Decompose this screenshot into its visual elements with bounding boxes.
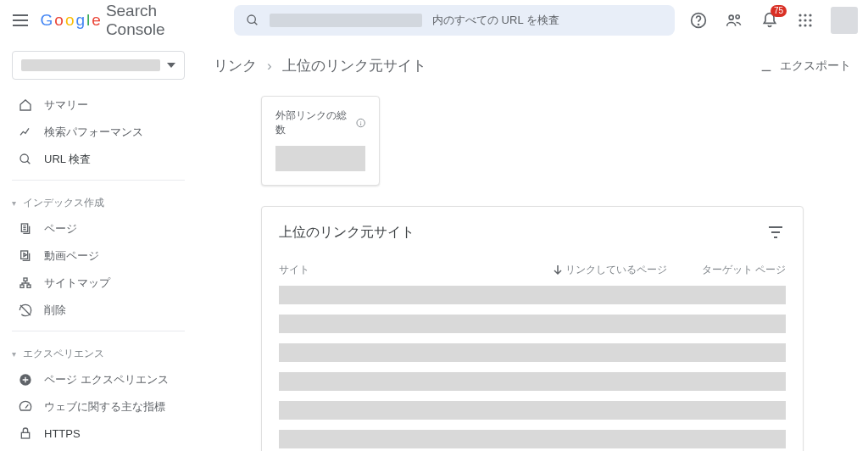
notification-badge: 75 [771, 5, 787, 17]
search-property-placeholder [270, 14, 422, 27]
sitemap-icon [19, 276, 32, 290]
svg-rect-20 [20, 285, 24, 287]
svg-rect-23 [21, 432, 29, 438]
external-links-total-card[interactable]: 外部リンクの総数 [261, 96, 380, 186]
svg-point-9 [798, 19, 801, 21]
property-name-placeholder [21, 59, 160, 71]
search-icon [246, 14, 259, 27]
svg-point-3 [698, 25, 699, 25]
svg-point-5 [736, 15, 739, 19]
table-row[interactable] [279, 401, 786, 420]
trend-icon [19, 125, 32, 139]
speed-icon [19, 400, 32, 414]
nav-label: サマリー [44, 97, 88, 113]
nav-item-lock[interactable]: HTTPS [0, 420, 197, 446]
nav-item-plus[interactable]: ページ エクスペリエンス [0, 366, 197, 393]
search-container: 内のすべての URL を検査 [234, 5, 675, 36]
card-title: 上位のリンク元サイト [279, 224, 415, 242]
filter-button[interactable] [765, 222, 786, 242]
divider [12, 331, 185, 331]
video-icon [19, 249, 32, 263]
svg-line-1 [254, 22, 257, 25]
svg-point-13 [804, 24, 806, 26]
stat-value-placeholder [275, 146, 365, 171]
svg-point-6 [798, 14, 801, 16]
plus-icon [19, 373, 32, 387]
section-experience[interactable]: ▾エクスペリエンス [0, 338, 197, 366]
nav-item-sitemap[interactable]: サイトマップ [0, 270, 197, 297]
main-content: リンク › 上位のリンク元サイト エクスポート 外部リンクの総数 上位のリンク元… [197, 41, 868, 451]
nav-label: ウェブに関する主な指標 [44, 399, 165, 415]
home-icon [19, 98, 32, 112]
svg-point-0 [248, 15, 255, 23]
search-suffix-text: 内のすべての URL を検査 [432, 13, 559, 28]
table-row[interactable] [279, 430, 786, 448]
chevron-right-icon: › [267, 58, 272, 75]
nav-label: 削除 [44, 303, 66, 318]
svg-point-8 [809, 14, 811, 16]
top-linking-sites-card: 上位のリンク元サイト サイト リンクしているページ ターゲット ページ [261, 206, 804, 451]
nav-label: 動画ページ [44, 248, 99, 264]
notifications-button[interactable]: 75 [760, 10, 780, 31]
info-icon[interactable] [356, 118, 365, 128]
table-row[interactable] [279, 343, 786, 362]
hamburger-icon [13, 14, 28, 26]
nav-item-search[interactable]: URL 検査 [0, 146, 197, 173]
sidebar: サマリー検索パフォーマンスURL 検査 ▾インデックス作成 ページ動画ページサイ… [0, 41, 197, 451]
accounts-button[interactable] [724, 10, 744, 31]
product-name: Search Console [106, 2, 217, 39]
nav-label: サイトマップ [44, 276, 110, 291]
people-icon [726, 12, 743, 29]
svg-line-16 [27, 161, 30, 164]
svg-point-7 [804, 14, 806, 16]
svg-point-12 [798, 24, 801, 26]
breadcrumb-current: 上位のリンク元サイト [282, 56, 426, 75]
url-inspect-search[interactable]: 内のすべての URL を検査 [234, 5, 675, 36]
apps-grid-icon [798, 13, 813, 28]
svg-rect-19 [24, 278, 27, 281]
col-site[interactable]: サイト [279, 263, 531, 277]
filter-icon [768, 226, 783, 238]
product-logo: Google Search Console [41, 2, 217, 39]
table-row[interactable] [279, 315, 786, 333]
nav-label: ページ [44, 221, 77, 237]
nav-item-speed[interactable]: ウェブに関する主な指標 [0, 393, 197, 420]
stat-label: 外部リンクの総数 [275, 109, 353, 137]
svg-point-15 [20, 154, 28, 162]
svg-point-11 [809, 19, 811, 21]
property-selector[interactable] [12, 51, 185, 80]
account-avatar[interactable] [831, 7, 858, 34]
table-header-row: サイト リンクしているページ ターゲット ページ [279, 258, 786, 286]
table-row[interactable] [279, 372, 786, 391]
table-row[interactable] [279, 286, 786, 304]
nav-item-pages[interactable]: ページ [0, 215, 197, 242]
header-actions: 75 [688, 7, 858, 34]
lock-icon [19, 426, 32, 440]
divider [12, 180, 185, 181]
nav-label: 検索パフォーマンス [44, 125, 143, 140]
breadcrumb: リンク › 上位のリンク元サイト [214, 56, 426, 75]
help-icon [690, 12, 707, 29]
page-header: リンク › 上位のリンク元サイト エクスポート [214, 56, 851, 75]
apps-button[interactable] [795, 10, 815, 31]
nav-item-video[interactable]: 動画ページ [0, 242, 197, 270]
breadcrumb-root[interactable]: リンク [214, 56, 257, 75]
menu-button[interactable] [10, 10, 31, 31]
download-icon [760, 59, 773, 73]
help-button[interactable] [688, 10, 709, 31]
arrow-down-icon [554, 265, 562, 276]
col-target-pages[interactable]: ターゲット ページ [667, 263, 786, 277]
nav-item-home[interactable]: サマリー [0, 92, 197, 119]
svg-rect-21 [27, 285, 31, 287]
svg-point-24 [357, 119, 364, 126]
nav-label: HTTPS [44, 427, 81, 440]
nav-item-trend[interactable]: 検索パフォーマンス [0, 119, 197, 146]
pages-icon [19, 222, 32, 236]
svg-point-4 [729, 15, 733, 19]
nav-label: URL 検査 [44, 152, 91, 167]
export-button[interactable]: エクスポート [760, 58, 851, 74]
col-linking-pages[interactable]: リンクしているページ [531, 263, 667, 277]
nav-item-remove[interactable]: 削除 [0, 297, 197, 324]
section-index[interactable]: ▾インデックス作成 [0, 187, 197, 215]
remove-icon [19, 303, 32, 317]
